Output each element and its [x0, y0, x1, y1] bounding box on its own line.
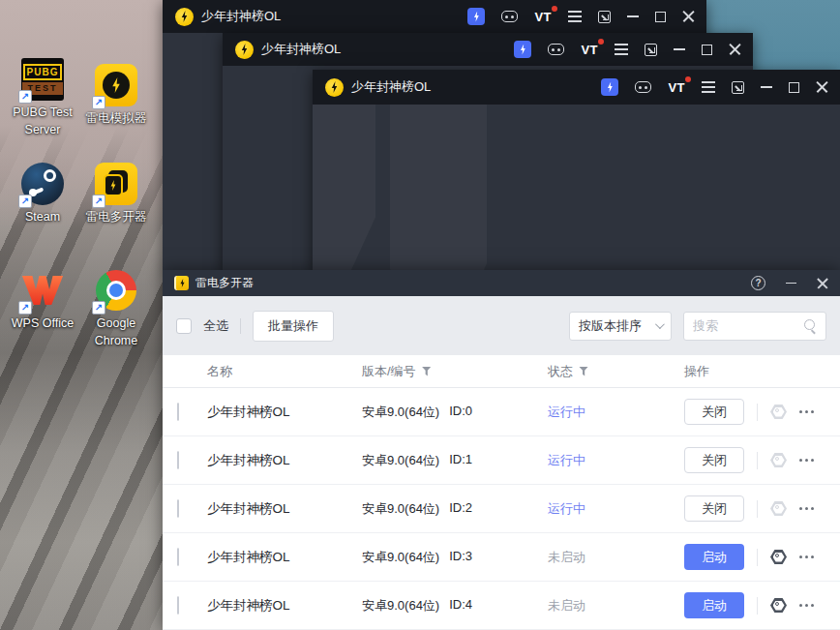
more-options-icon[interactable] — [799, 459, 814, 462]
shortcut-arrow-icon — [92, 301, 105, 315]
sort-dropdown[interactable]: 按版本排序 — [569, 312, 672, 341]
more-options-icon[interactable] — [799, 507, 814, 510]
small-window-icon[interactable] — [645, 44, 657, 56]
row-checkbox[interactable] — [177, 499, 179, 518]
small-window-icon[interactable] — [598, 11, 611, 23]
ld-multi-opener-logo-icon — [174, 276, 189, 290]
vt-badge[interactable]: VT — [668, 80, 685, 95]
row-checkbox[interactable] — [177, 403, 179, 421]
minimize-button[interactable] — [627, 15, 639, 17]
instance-action-button[interactable]: 关闭 — [684, 447, 744, 473]
divider — [757, 404, 758, 421]
desktop-icon-steam[interactable]: Steam — [0, 163, 85, 226]
instance-action-button[interactable]: 启动 — [684, 592, 744, 618]
boost-icon[interactable] — [514, 41, 531, 58]
search-input[interactable] — [693, 318, 804, 333]
desktop-icon-ld-multi-opener[interactable]: 雷电多开器 — [74, 163, 159, 226]
settings-gear-icon[interactable] — [770, 453, 787, 467]
emulator-titlebar[interactable]: 少年封神榜OL VT — [313, 70, 840, 105]
divider — [757, 549, 758, 566]
ldplayer-logo-icon — [235, 41, 254, 59]
instance-action-button[interactable]: 关闭 — [684, 495, 744, 522]
ldplayer-logo-icon — [325, 78, 344, 97]
table-row: 少年封神榜OL 安卓9.0(64位) ID:2 运行中 关闭 — [163, 485, 840, 533]
minimize-button[interactable] — [761, 86, 772, 88]
maximize-button[interactable] — [702, 45, 712, 55]
desktop-icon-pubg-test-server[interactable]: PUBG TEST PUBG Test Server — [0, 58, 85, 138]
more-options-icon[interactable] — [799, 604, 814, 607]
maximize-button[interactable] — [789, 82, 799, 93]
multi-opener-window: 雷电多开器 ? 全选 批量操作 按版本排序 — [163, 270, 840, 630]
desktop: PUBG TEST PUBG Test Server 雷电模拟器 Steam 雷… — [0, 0, 840, 630]
filter-icon[interactable] — [422, 367, 432, 376]
desktop-icon-google-chrome[interactable]: Google Chrome — [74, 269, 159, 349]
batch-operations-button[interactable]: 批量操作 — [253, 311, 334, 342]
manager-titlebar[interactable]: 雷电多开器 ? — [163, 270, 840, 296]
instance-action-button[interactable]: 启动 — [684, 544, 744, 570]
desktop-icon-label: PUBG Test Server — [0, 105, 85, 138]
chevron-down-icon — [655, 319, 665, 329]
boost-icon[interactable] — [467, 8, 485, 25]
minimize-button[interactable] — [674, 48, 685, 50]
instance-name: 少年封神榜OL — [207, 452, 362, 469]
table-row: 少年封神榜OL 安卓9.0(64位) ID:1 运行中 关闭 — [163, 436, 840, 485]
desktop-icon-label: Google Chrome — [74, 315, 159, 349]
row-checkbox[interactable] — [177, 596, 179, 615]
instance-name: 少年封神榜OL — [207, 500, 362, 518]
row-checkbox[interactable] — [177, 451, 179, 469]
ldplayer-logo-icon — [175, 8, 194, 26]
status-text: 运行中 — [548, 500, 676, 518]
settings-gear-icon[interactable] — [770, 501, 787, 516]
desktop-icon-ldplayer[interactable]: 雷电模拟器 — [74, 64, 159, 128]
gamepad-icon[interactable] — [501, 11, 518, 22]
close-button[interactable] — [816, 81, 828, 94]
more-options-icon[interactable] — [799, 555, 814, 558]
shortcut-arrow-icon — [18, 301, 32, 315]
boost-icon[interactable] — [601, 78, 618, 96]
divider — [240, 318, 241, 334]
notification-dot — [552, 6, 557, 12]
menu-icon[interactable] — [702, 81, 715, 92]
search-box[interactable] — [683, 312, 826, 341]
shortcut-arrow-icon — [18, 195, 32, 208]
small-window-icon[interactable] — [732, 81, 744, 94]
help-icon[interactable]: ? — [751, 276, 765, 290]
emulator-window-3: 少年封神榜OL VT — [313, 70, 840, 272]
instance-name: 少年封神榜OL — [207, 549, 362, 566]
loading-pattern — [313, 105, 375, 272]
desktop-icon-label: WPS Office — [12, 315, 74, 333]
desktop-icon-label: 雷电模拟器 — [86, 110, 147, 128]
settings-gear-icon[interactable] — [770, 598, 787, 613]
settings-gear-icon[interactable] — [770, 550, 787, 564]
menu-icon[interactable] — [615, 44, 628, 54]
instance-action-button[interactable]: 关闭 — [684, 399, 744, 425]
instance-list: 少年封神榜OL 安卓9.0(64位) ID:0 运行中 关闭 少年封神榜OL 安… — [163, 388, 840, 630]
menu-icon[interactable] — [568, 11, 582, 21]
filter-icon[interactable] — [579, 367, 588, 376]
manager-title: 雷电多开器 — [195, 275, 254, 291]
close-button[interactable] — [682, 11, 695, 23]
emulator-titlebar[interactable]: 少年封神榜OL VT — [163, 0, 706, 33]
close-button[interactable] — [817, 278, 828, 289]
maximize-button[interactable] — [655, 12, 666, 22]
status-text: 未启动 — [548, 549, 676, 566]
gamepad-icon[interactable] — [548, 44, 564, 55]
row-checkbox[interactable] — [177, 548, 179, 566]
table-row: 少年封神榜OL 安卓9.0(64位) ID:3 未启动 启动 — [163, 533, 840, 582]
shortcut-arrow-icon — [92, 195, 105, 208]
vt-badge[interactable]: VT — [534, 10, 552, 24]
manager-toolbar: 全选 批量操作 按版本排序 — [163, 296, 840, 355]
desktop-icon-wps-office[interactable]: WPS Office — [0, 269, 85, 333]
close-button[interactable] — [729, 44, 741, 56]
vt-badge[interactable]: VT — [581, 43, 598, 57]
settings-gear-icon[interactable] — [770, 405, 787, 419]
divider — [757, 500, 758, 518]
emulator-titlebar[interactable]: 少年封神榜OL VT — [223, 33, 753, 66]
shortcut-arrow-icon — [92, 96, 105, 109]
select-all-checkbox[interactable] — [176, 318, 192, 334]
gamepad-icon[interactable] — [635, 81, 651, 93]
desktop-icon-label: Steam — [25, 209, 60, 226]
instance-name: 少年封神榜OL — [207, 597, 362, 615]
more-options-icon[interactable] — [799, 410, 814, 413]
minimize-button[interactable] — [786, 283, 796, 285]
